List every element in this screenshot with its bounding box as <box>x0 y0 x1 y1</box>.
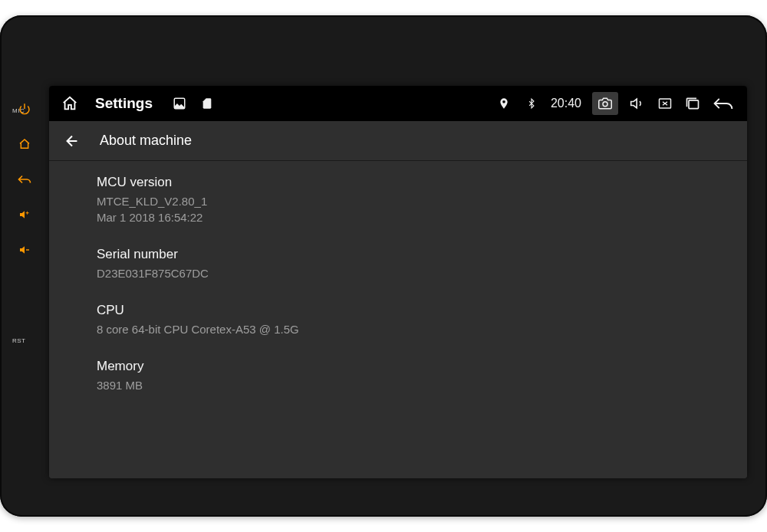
status-bar: Settings 20:40 <box>49 86 747 121</box>
bluetooth-icon <box>523 95 540 112</box>
volume-down-button[interactable] <box>15 241 34 259</box>
setting-label: CPU <box>97 303 719 318</box>
volume-icon[interactable] <box>629 95 646 112</box>
setting-label: Memory <box>97 359 719 374</box>
power-button[interactable] <box>15 100 34 118</box>
screen: Settings 20:40 <box>49 86 747 478</box>
setting-memory[interactable]: Memory 3891 MB <box>97 359 719 393</box>
recent-apps-icon[interactable] <box>684 95 701 112</box>
clock: 20:40 <box>551 97 581 110</box>
setting-value: MTCE_KLD_V2.80_1 Mar 1 2018 16:54:22 <box>97 193 719 225</box>
svg-rect-4 <box>689 100 699 109</box>
svg-rect-0 <box>26 249 29 250</box>
home-icon[interactable] <box>61 95 78 112</box>
picture-icon[interactable] <box>171 95 188 112</box>
app-title: Settings <box>95 95 153 112</box>
setting-serial-number[interactable]: Serial number D23E031F875C67DC <box>97 247 719 281</box>
home-hw-button[interactable] <box>15 135 34 153</box>
device-frame: MIC RST Settings <box>0 15 767 517</box>
setting-value: 3891 MB <box>97 377 719 393</box>
svg-point-2 <box>603 102 607 107</box>
setting-label: MCU version <box>97 175 719 190</box>
setting-mcu-version[interactable]: MCU version MTCE_KLD_V2.80_1 Mar 1 2018 … <box>97 175 719 225</box>
back-arrow-icon[interactable] <box>63 132 81 150</box>
sd-card-icon[interactable] <box>199 95 216 112</box>
page-title: About machine <box>100 133 192 149</box>
setting-cpu[interactable]: CPU 8 core 64-bit CPU Coretex-A53 @ 1.5G <box>97 303 719 337</box>
screenshot-icon[interactable] <box>592 92 618 115</box>
back-nav-icon[interactable] <box>712 95 735 112</box>
setting-value: 8 core 64-bit CPU Coretex-A53 @ 1.5G <box>97 321 719 337</box>
page-header: About machine <box>49 121 747 161</box>
setting-label: Serial number <box>97 247 719 262</box>
close-app-icon[interactable] <box>657 95 673 112</box>
settings-content: MCU version MTCE_KLD_V2.80_1 Mar 1 2018 … <box>49 161 747 478</box>
location-icon <box>495 95 512 112</box>
back-hw-button[interactable] <box>15 170 34 189</box>
volume-up-button[interactable] <box>15 205 34 224</box>
setting-value: D23E031F875C67DC <box>97 265 719 281</box>
hardware-side-panel <box>0 15 49 517</box>
